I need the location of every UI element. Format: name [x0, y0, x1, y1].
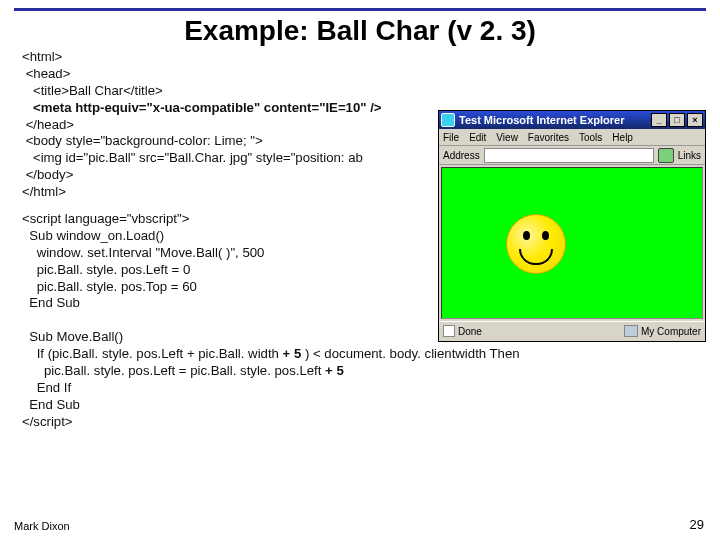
minimize-button[interactable]: _ [651, 113, 667, 127]
page-number: 29 [690, 517, 704, 532]
author-footer: Mark Dixon [14, 520, 70, 532]
go-button[interactable] [658, 148, 674, 163]
status-bar: Done My Computer [439, 321, 705, 340]
browser-viewport [441, 167, 703, 319]
ie-icon [441, 113, 455, 127]
menu-view[interactable]: View [496, 132, 518, 143]
slide-rule [14, 8, 706, 11]
links-label[interactable]: Links [678, 150, 701, 161]
address-label: Address [443, 150, 480, 161]
status-zone: My Computer [624, 325, 701, 337]
menu-file[interactable]: File [443, 132, 459, 143]
menu-edit[interactable]: Edit [469, 132, 486, 143]
maximize-button[interactable]: □ [669, 113, 685, 127]
page-title: Example: Ball Char (v 2. 3) [0, 15, 720, 47]
menu-tools[interactable]: Tools [579, 132, 602, 143]
status-done: Done [443, 325, 482, 337]
ball-eye-left [523, 231, 530, 240]
ball-image [506, 214, 566, 274]
browser-title: Test Microsoft Internet Explorer [459, 114, 649, 126]
close-button[interactable]: × [687, 113, 703, 127]
browser-window: Test Microsoft Internet Explorer _ □ × F… [438, 110, 706, 342]
ball-eye-right [542, 231, 549, 240]
menu-help[interactable]: Help [612, 132, 633, 143]
ball-mouth [519, 249, 553, 265]
computer-icon [624, 325, 638, 337]
address-bar: Address Links [439, 146, 705, 165]
browser-menubar: File Edit View Favorites Tools Help [439, 129, 705, 146]
menu-favorites[interactable]: Favorites [528, 132, 569, 143]
document-icon [443, 325, 455, 337]
browser-titlebar: Test Microsoft Internet Explorer _ □ × [439, 111, 705, 129]
address-input[interactable] [484, 148, 654, 163]
